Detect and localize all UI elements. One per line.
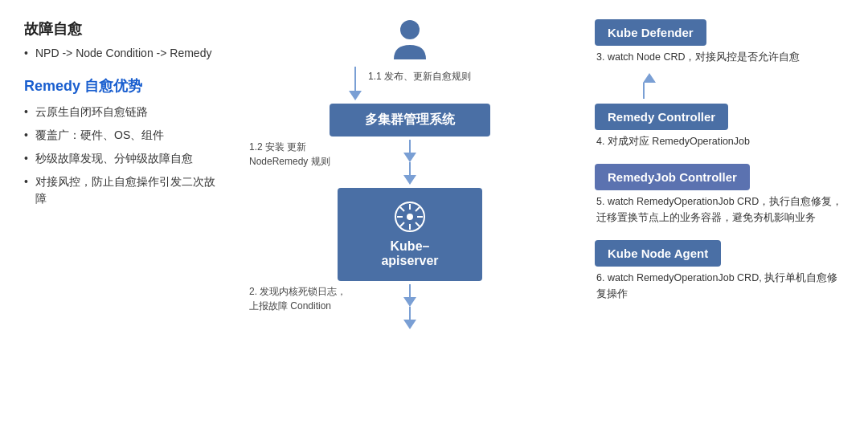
right-panel: Kube Defender 3. watch Node CRD，对接风控是否允许… bbox=[587, 19, 844, 417]
kube-node-agent-block: Kube Node Agent 6. watch RemedyOperation… bbox=[595, 240, 844, 302]
fault-item-1: NPD -> Node Condition -> Remedy bbox=[24, 45, 225, 62]
advantages-list: 云原生自闭环自愈链路 覆盖广：硬件、OS、组件 秒级故障发现、分钟级故障自愈 对… bbox=[24, 104, 225, 207]
remedy-controller-badge: Remedy Controller bbox=[595, 104, 728, 130]
label-install: 1.2 安装 更新NodeRemedy 规则 bbox=[249, 140, 330, 169]
person-svg bbox=[390, 19, 430, 63]
left-panel: 故障自愈 NPD -> Node Condition -> Remedy Rem… bbox=[24, 19, 233, 417]
kube-apiserver-box: Kube–apiserver bbox=[338, 188, 482, 281]
label-top-arrow: 1.1 发布、更新自愈规则 bbox=[368, 70, 471, 84]
title-remedy-advantages: Remedy 自愈优势 bbox=[24, 76, 225, 96]
svg-point-0 bbox=[400, 20, 420, 39]
kube-node-agent-badge: Kube Node Agent bbox=[595, 240, 721, 267]
remedyjob-controller-desc: 5. watch RemedyOperationJob CRD，执行自愈修复，迁… bbox=[595, 194, 844, 226]
center-panel: 1.1 发布、更新自愈规则 多集群管理系统 1.2 安装 更新NodeRemed… bbox=[233, 19, 587, 417]
kube-apiserver-label: Kube–apiserver bbox=[381, 239, 438, 268]
label-bottom: 2. 发现内核死锁日志，上报故障 Condition bbox=[249, 284, 346, 313]
kube-defender-desc: 3. watch Node CRD，对接风控是否允许自愈 bbox=[595, 49, 844, 65]
svg-line-7 bbox=[400, 207, 404, 211]
kube-defender-badge: Kube Defender bbox=[595, 19, 706, 46]
remedy-controller-desc: 4. 对成对应 RemedyOperationJob bbox=[595, 133, 844, 149]
page-container: 故障自愈 NPD -> Node Condition -> Remedy Rem… bbox=[0, 0, 868, 436]
remedy-controller-block: Remedy Controller 4. 对成对应 RemedyOperatio… bbox=[595, 104, 844, 149]
kube-wheel-icon bbox=[394, 201, 426, 233]
arrow-up-1 bbox=[595, 73, 844, 99]
svg-point-2 bbox=[407, 214, 413, 220]
advantage-item-4: 对接风控，防止自愈操作引发二次故障 bbox=[24, 173, 225, 207]
mgmt-box: 多集群管理系统 bbox=[330, 104, 490, 137]
title-fault-recovery: 故障自愈 bbox=[24, 19, 225, 39]
advantage-item-3: 秒级故障发现、分钟级故障自愈 bbox=[24, 150, 225, 167]
svg-line-9 bbox=[416, 207, 420, 211]
kube-node-agent-desc: 6. watch RemedyOperationJob CRD, 执行单机自愈修… bbox=[595, 270, 844, 302]
remedyjob-controller-block: RemedyJob Controller 5. watch RemedyOper… bbox=[595, 164, 844, 226]
kube-defender-block: Kube Defender 3. watch Node CRD，对接风控是否允许… bbox=[595, 19, 844, 65]
svg-line-10 bbox=[400, 222, 404, 226]
svg-line-8 bbox=[416, 222, 420, 226]
advantage-item-1: 云原生自闭环自愈链路 bbox=[24, 104, 225, 120]
person-icon bbox=[390, 19, 430, 63]
fault-list: NPD -> Node Condition -> Remedy bbox=[24, 45, 225, 62]
advantage-item-2: 覆盖广：硬件、OS、组件 bbox=[24, 127, 225, 144]
remedyjob-controller-badge: RemedyJob Controller bbox=[595, 164, 750, 190]
